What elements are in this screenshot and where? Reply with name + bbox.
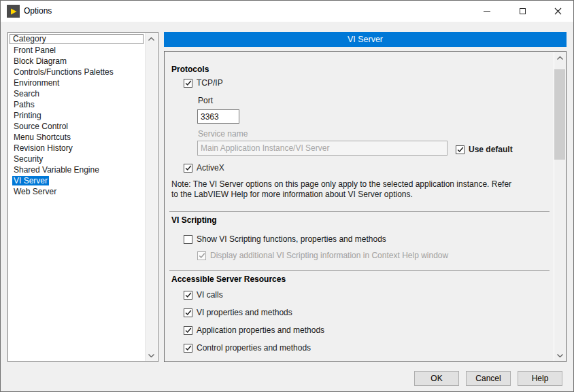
protocols-heading: Protocols: [171, 65, 209, 74]
resource-checkbox-row-application-properties-and-methods[interactable]: Application properties and methods: [184, 325, 324, 336]
category-item-label: Source Control: [12, 122, 69, 131]
category-item-shared-variable-engine[interactable]: Shared Variable Engine: [9, 164, 145, 175]
display-additional-label: Display additional VI Scripting informat…: [210, 251, 448, 260]
section-divider: [169, 211, 550, 212]
note-text-line2: to the LabVIEW Help for more information…: [171, 190, 550, 200]
page-title: VI Server: [164, 32, 567, 47]
minimize-icon: [484, 11, 490, 12]
resource-checkbox[interactable]: [184, 308, 192, 317]
category-item-web-server[interactable]: Web Server: [9, 186, 145, 197]
category-scrollbar[interactable]: [145, 33, 157, 361]
titlebar: Options: [1, 1, 573, 22]
category-item-source-control[interactable]: Source Control: [9, 121, 145, 132]
resource-checkbox-row-control-properties-and-methods[interactable]: Control properties and methods: [184, 342, 311, 353]
scrollbar-thumb[interactable]: [554, 69, 565, 160]
ok-button[interactable]: OK: [414, 371, 459, 386]
category-item-label: Revision History: [12, 143, 74, 153]
category-item-front-panel[interactable]: Front Panel: [9, 45, 145, 56]
help-button[interactable]: Help: [518, 371, 562, 386]
show-vi-scripting-checkbox-row[interactable]: Show VI Scripting functions, properties …: [184, 234, 386, 245]
category-item-label: Security: [12, 154, 44, 164]
category-item-environment[interactable]: Environment: [9, 77, 145, 88]
activex-checkbox-row[interactable]: ActiveX: [184, 162, 224, 173]
use-default-checkbox[interactable]: [456, 145, 465, 154]
category-item-paths[interactable]: Paths: [9, 99, 145, 110]
category-item-printing[interactable]: Printing: [9, 110, 145, 121]
category-item-label: Controls/Functions Palettes: [12, 67, 115, 77]
port-input[interactable]: [197, 109, 239, 124]
labview-logo-icon: [7, 5, 20, 18]
resource-label: VI calls: [197, 290, 223, 300]
maximize-icon: [520, 8, 526, 14]
minimize-button[interactable]: [471, 1, 503, 22]
scroll-up-icon[interactable]: [146, 33, 157, 44]
display-additional-checkbox-row: Display additional VI Scripting informat…: [197, 250, 448, 261]
category-item-vi-server[interactable]: VI Server: [9, 175, 145, 186]
window-title: Options: [24, 6, 52, 16]
category-item-label: Web Server: [12, 187, 58, 196]
category-item-revision-history[interactable]: Revision History: [9, 143, 145, 154]
options-dialog: Options Category Front PanelBlock Diagra…: [0, 0, 574, 392]
use-default-checkbox-row[interactable]: Use default: [456, 144, 513, 155]
resource-checkbox[interactable]: [184, 291, 192, 300]
category-item-label: Search: [12, 89, 41, 99]
category-list: Category Front PanelBlock DiagramControl…: [7, 32, 158, 362]
accessible-resources-heading: Accessible Server Resources: [171, 274, 286, 284]
category-item-menu-shortcuts[interactable]: Menu Shortcuts: [9, 132, 145, 143]
close-icon: [554, 7, 562, 15]
service-name-label: Service name: [198, 129, 248, 139]
service-name-input[interactable]: [197, 141, 448, 156]
category-item-controls-functions-palettes[interactable]: Controls/Functions Palettes: [9, 67, 145, 77]
category-item-search[interactable]: Search: [9, 88, 145, 99]
category-item-label: Paths: [12, 100, 36, 109]
port-label: Port: [198, 96, 213, 105]
show-vi-scripting-label: Show VI Scripting functions, properties …: [197, 234, 386, 244]
scroll-down-icon[interactable]: [554, 350, 565, 361]
resource-checkbox[interactable]: [184, 326, 192, 335]
category-item-security[interactable]: Security: [9, 154, 145, 164]
resource-label: Application properties and methods: [197, 325, 324, 335]
category-item-label: Block Diagram: [12, 56, 68, 66]
resource-label: VI properties and methods: [197, 308, 292, 317]
panel-scrollbar[interactable]: [554, 52, 565, 361]
resource-checkbox-row-vi-calls[interactable]: VI calls: [184, 289, 223, 300]
category-item-label: Printing: [12, 111, 43, 120]
show-vi-scripting-checkbox[interactable]: [184, 235, 192, 244]
use-default-label: Use default: [469, 145, 513, 154]
category-item-block-diagram[interactable]: Block Diagram: [9, 56, 145, 67]
maximize-button[interactable]: [507, 1, 538, 22]
tcpip-checkbox[interactable]: [184, 79, 192, 88]
category-item-label: Shared Variable Engine: [12, 165, 101, 175]
vi-scripting-heading: VI Scripting: [171, 215, 217, 225]
activex-checkbox[interactable]: [184, 164, 192, 173]
category-item-label: Menu Shortcuts: [12, 132, 72, 142]
activex-label: ActiveX: [197, 163, 224, 173]
cancel-button[interactable]: Cancel: [466, 371, 511, 386]
resource-checkbox[interactable]: [184, 344, 192, 353]
category-items: Front PanelBlock DiagramControls/Functio…: [9, 45, 145, 361]
resource-checkbox-row-vi-properties-and-methods[interactable]: VI properties and methods: [184, 307, 292, 318]
scroll-up-icon[interactable]: [554, 52, 565, 63]
tcpip-label: TCP/IP: [197, 78, 223, 88]
note-text-line1: Note: The VI Server options on this page…: [171, 179, 550, 190]
resource-label: Control properties and methods: [197, 343, 311, 353]
tcpip-checkbox-row[interactable]: TCP/IP: [184, 77, 223, 88]
section-divider: [169, 270, 550, 271]
category-item-label: Environment: [12, 78, 61, 88]
scroll-down-icon[interactable]: [146, 350, 157, 361]
category-list-header: Category: [10, 34, 144, 44]
category-item-label: VI Server: [12, 176, 49, 185]
display-additional-checkbox: [197, 251, 206, 260]
category-item-label: Front Panel: [12, 46, 57, 55]
settings-panel: Protocols TCP/IP Port Service name Use d…: [164, 51, 567, 362]
close-button[interactable]: [542, 1, 573, 22]
